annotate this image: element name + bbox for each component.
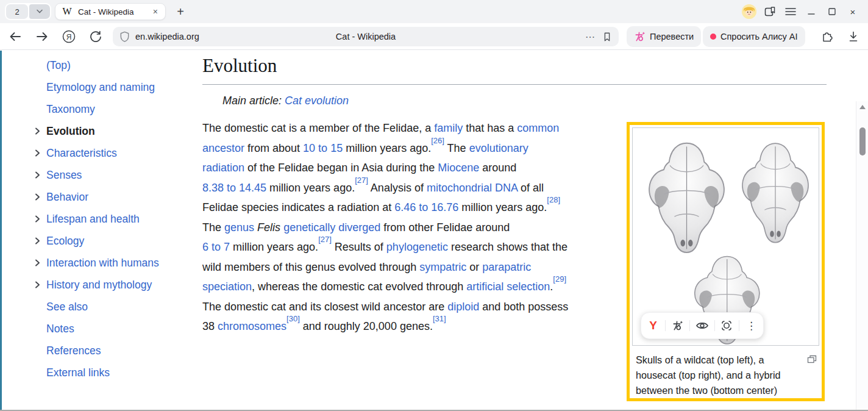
article-link[interactable]: diploid	[447, 301, 479, 313]
article-link[interactable]: parapatric	[482, 261, 531, 273]
new-tab-button[interactable]: +	[172, 3, 189, 20]
chevron-right-icon[interactable]	[34, 170, 41, 180]
scrollbar[interactable]	[856, 101, 868, 411]
chevron-right-icon[interactable]	[34, 126, 41, 136]
reference-link[interactable]: [27]	[355, 176, 368, 185]
article-link[interactable]: 6.46 to 16.76	[394, 201, 458, 213]
reload-button[interactable]	[87, 27, 105, 46]
paragraph-line: speciation, whereas the domestic cat evo…	[202, 277, 629, 297]
back-button[interactable]	[6, 27, 24, 46]
figure-image[interactable]: Y	[632, 127, 819, 346]
address-bar[interactable]: en.wikipedia.org Cat - Wikipedia ⋯	[113, 27, 619, 46]
translate-icon	[672, 320, 683, 332]
ask-alice-button[interactable]: Спросить Алису AI	[703, 26, 805, 47]
view-image-button[interactable]	[690, 312, 714, 339]
article-link[interactable]: 8.38 to 14.45	[202, 182, 266, 194]
paragraph-text: The	[202, 221, 224, 234]
enlarge-icon[interactable]	[807, 354, 817, 363]
profile-avatar[interactable]	[739, 0, 760, 23]
sidebar-item-references[interactable]: References	[34, 340, 187, 362]
article-link[interactable]: genetically diverged	[283, 221, 380, 234]
hatnote-link[interactable]: Cat evolution	[285, 95, 349, 107]
tab-cat-wikipedia[interactable]: W Cat - Wikipedia ×	[55, 3, 166, 20]
yandex-home-button[interactable]: Я	[60, 27, 78, 46]
article-link[interactable]: genus	[224, 221, 254, 234]
chevron-right-icon[interactable]	[34, 148, 41, 158]
image-search-icon	[720, 320, 733, 332]
sidebar-item-external-links[interactable]: External links	[34, 362, 187, 384]
sidebar-item-characteristics[interactable]: Characteristics	[34, 142, 187, 164]
sidebar-item-senses[interactable]: Senses	[34, 164, 187, 186]
window-maximize-button[interactable]	[822, 0, 842, 23]
section-heading-block: Evolution	[202, 55, 827, 85]
translate-image-button[interactable]	[666, 312, 689, 339]
sidebar-item-evolution[interactable]: Evolution	[34, 120, 187, 142]
reference-link[interactable]: [26]	[431, 136, 444, 145]
sidebar-item-label: References	[46, 345, 101, 357]
translate-button[interactable]: Перевести	[627, 26, 701, 47]
article-link[interactable]: phylogenetic	[386, 241, 448, 253]
bookmark-icon[interactable]	[602, 31, 613, 43]
sidebar-item-label: Characteristics	[46, 147, 117, 160]
bookmarks-panel-button[interactable]	[760, 0, 780, 23]
tab-list-dropdown[interactable]	[29, 4, 50, 19]
article-link[interactable]: chromosomes	[218, 320, 286, 332]
reference-link[interactable]: [31]	[433, 314, 446, 323]
sidebar-item-history-and-mythology[interactable]: History and mythology	[34, 274, 187, 296]
sidebar-item-etymology-and-naming[interactable]: Etymology and naming	[34, 76, 187, 98]
article-link[interactable]: 6 to 7	[202, 241, 230, 253]
article-link[interactable]: evolutionary	[469, 142, 528, 154]
yandex-logo-button[interactable]: Y	[641, 312, 665, 339]
article-link[interactable]: ancestor	[202, 142, 244, 154]
paragraph-text: million years ago.	[458, 201, 547, 213]
downloads-button[interactable]	[844, 27, 863, 46]
image-more-button[interactable]: ⋮	[739, 312, 763, 339]
article-link[interactable]: family	[434, 122, 463, 134]
article-link[interactable]: Miocene	[438, 162, 479, 174]
paragraph-text: The domestic cat and its closest wild an…	[202, 301, 447, 313]
sidebar-item-behavior[interactable]: Behavior	[34, 186, 187, 208]
scroll-up-arrow[interactable]	[859, 105, 866, 109]
reference-link[interactable]: [30]	[286, 314, 300, 323]
article-link[interactable]: speciation	[202, 281, 252, 293]
chevron-right-icon[interactable]	[34, 192, 41, 202]
chevron-right-icon[interactable]	[34, 236, 41, 246]
scrollbar-thumb[interactable]	[859, 127, 866, 155]
paragraph-line: 38 chromosomes[30] and roughly 20,000 ge…	[202, 316, 629, 337]
paragraph-text: The	[444, 142, 469, 154]
article-link[interactable]: radiation	[202, 162, 244, 174]
figure-thumbnail[interactable]: Y	[627, 122, 825, 401]
chevron-right-icon[interactable]	[34, 214, 41, 224]
sidebar-item-interaction-with-humans[interactable]: Interaction with humans	[34, 252, 187, 274]
tab-counter[interactable]: 2	[6, 4, 28, 19]
forward-button[interactable]	[33, 27, 51, 46]
tab-counter-group[interactable]: 2	[5, 3, 51, 20]
window-minimize-button[interactable]	[801, 0, 822, 23]
extensions-button[interactable]	[817, 27, 836, 46]
sidebar-item-top[interactable]: (Top)	[34, 54, 187, 76]
reference-link[interactable]: [28]	[547, 195, 560, 204]
browser-menu-button[interactable]	[780, 0, 801, 23]
sidebar-item-notes[interactable]: Notes	[34, 318, 187, 340]
url-domain[interactable]: en.wikipedia.org	[135, 32, 199, 41]
chevron-right-icon[interactable]	[34, 258, 41, 268]
chevron-right-icon[interactable]	[34, 280, 41, 290]
paragraph-line: 8.38 to 14.45 million years ago.[27] Ana…	[202, 178, 629, 198]
search-by-image-button[interactable]	[715, 312, 739, 339]
reference-link[interactable]: [27]	[318, 235, 332, 244]
window-close-button[interactable]: ×	[842, 0, 863, 23]
sidebar-item-see-also[interactable]: See also	[34, 296, 187, 318]
paragraph-text: research shows that the	[448, 241, 567, 253]
article-link[interactable]: mitochondrial DNA	[427, 182, 518, 194]
tab-close-icon[interactable]: ×	[152, 7, 159, 16]
article-link[interactable]: artificial selection	[466, 281, 550, 293]
article-link[interactable]: common	[517, 122, 559, 134]
article-link[interactable]: sympatric	[419, 261, 466, 273]
sidebar-item-lifespan-and-health[interactable]: Lifespan and health	[34, 208, 187, 230]
sidebar-item-ecology[interactable]: Ecology	[34, 230, 187, 252]
reference-link[interactable]: [29]	[553, 274, 566, 284]
address-more-icon[interactable]: ⋯	[585, 31, 596, 43]
article-link[interactable]: 10 to 15	[303, 142, 343, 154]
sidebar-item-taxonomy[interactable]: Taxonomy	[34, 98, 187, 120]
figure-caption-text: Skulls of a wildcat (top left), a housec…	[636, 354, 781, 396]
